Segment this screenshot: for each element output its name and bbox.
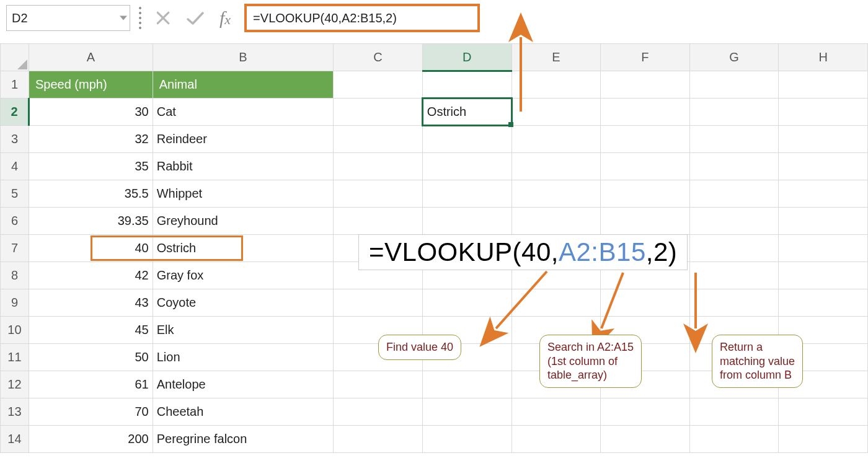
cell-A10[interactable]: 45: [29, 317, 153, 344]
cell-C11[interactable]: [334, 344, 423, 371]
cell-B2[interactable]: Cat: [153, 99, 334, 126]
cell-E14[interactable]: [512, 426, 601, 453]
cell-F14[interactable]: [601, 426, 690, 453]
cell-F7[interactable]: [601, 235, 690, 262]
cell-G2[interactable]: [689, 99, 779, 126]
cell-B14[interactable]: Peregrine falcon: [153, 426, 334, 453]
cell-D14[interactable]: [422, 426, 512, 453]
name-box[interactable]: D2: [6, 5, 130, 31]
cell-E3[interactable]: [512, 126, 601, 153]
row-header-14[interactable]: 14: [1, 426, 29, 453]
cell-A14[interactable]: 200: [29, 426, 153, 453]
cell-E8[interactable]: [512, 262, 601, 289]
cell-D8[interactable]: [422, 262, 512, 289]
cell-F5[interactable]: [601, 180, 690, 208]
cell-C6[interactable]: [334, 208, 423, 235]
cell-E2[interactable]: [512, 99, 601, 126]
row-header-13[interactable]: 13: [1, 398, 29, 426]
cell-C8[interactable]: [334, 262, 423, 289]
cell-B12[interactable]: Antelope: [153, 371, 334, 398]
cell-H7[interactable]: [779, 235, 868, 262]
fx-icon[interactable]: fx: [219, 7, 231, 29]
cell-F4[interactable]: [601, 153, 690, 180]
cell-H6[interactable]: [779, 208, 868, 235]
cell-E1[interactable]: [512, 71, 601, 99]
cell-F13[interactable]: [601, 398, 690, 426]
cell-G8[interactable]: [689, 262, 779, 289]
cell-B9[interactable]: Coyote: [153, 289, 334, 317]
cell-B6[interactable]: Greyhound: [153, 208, 334, 235]
cell-C14[interactable]: [334, 426, 423, 453]
cell-A7-highlighted[interactable]: 40: [29, 235, 153, 262]
cell-E7[interactable]: [512, 235, 601, 262]
cell-C1[interactable]: [334, 71, 423, 99]
cell-H8[interactable]: [779, 262, 868, 289]
cell-C4[interactable]: [334, 153, 423, 180]
cell-E4[interactable]: [512, 153, 601, 180]
cell-G6[interactable]: [689, 208, 779, 235]
cell-E12[interactable]: [512, 371, 601, 398]
cell-A12[interactable]: 61: [29, 371, 153, 398]
cell-E13[interactable]: [512, 398, 601, 426]
cell-G12[interactable]: [689, 371, 779, 398]
col-header-H[interactable]: H: [779, 44, 868, 71]
cell-H11[interactable]: [779, 344, 868, 371]
cell-F11[interactable]: [601, 344, 690, 371]
cell-G3[interactable]: [689, 126, 779, 153]
cell-H2[interactable]: [779, 99, 868, 126]
cell-C5[interactable]: [334, 180, 423, 208]
row-header-5[interactable]: 5: [1, 180, 29, 208]
cell-G5[interactable]: [689, 180, 779, 208]
row-header-7[interactable]: 7: [1, 235, 29, 262]
cell-B10[interactable]: Elk: [153, 317, 334, 344]
cell-D5[interactable]: [422, 180, 512, 208]
cell-A11[interactable]: 50: [29, 344, 153, 371]
cell-D4[interactable]: [422, 153, 512, 180]
cell-B4[interactable]: Rabbit: [153, 153, 334, 180]
cell-F3[interactable]: [601, 126, 690, 153]
cell-G9[interactable]: [689, 289, 779, 317]
chevron-down-icon[interactable]: [120, 16, 127, 20]
cell-A3[interactable]: 32: [29, 126, 153, 153]
cell-G11[interactable]: [689, 344, 779, 371]
col-header-D[interactable]: D: [422, 44, 512, 71]
cell-E10[interactable]: [512, 317, 601, 344]
cell-D1[interactable]: [422, 71, 512, 99]
cell-H14[interactable]: [779, 426, 868, 453]
cell-B11[interactable]: Lion: [153, 344, 334, 371]
row-header-3[interactable]: 3: [1, 126, 29, 153]
cell-A4[interactable]: 35: [29, 153, 153, 180]
cell-E5[interactable]: [512, 180, 601, 208]
cell-D3[interactable]: [422, 126, 512, 153]
cell-D12[interactable]: [422, 371, 512, 398]
cell-B3[interactable]: Reindeer: [153, 126, 334, 153]
cell-G7[interactable]: [689, 235, 779, 262]
cell-H1[interactable]: [779, 71, 868, 99]
cell-F2[interactable]: [601, 99, 690, 126]
cell-F12[interactable]: [601, 371, 690, 398]
cell-F10[interactable]: [601, 317, 690, 344]
row-header-4[interactable]: 4: [1, 153, 29, 180]
cell-E6[interactable]: [512, 208, 601, 235]
enter-icon[interactable]: [186, 10, 205, 26]
cell-A2[interactable]: 30: [29, 99, 153, 126]
cell-E9[interactable]: [512, 289, 601, 317]
cell-A9[interactable]: 43: [29, 289, 153, 317]
cell-H4[interactable]: [779, 153, 868, 180]
cell-B5[interactable]: Whippet: [153, 180, 334, 208]
cell-C13[interactable]: [334, 398, 423, 426]
cell-B1[interactable]: Animal: [153, 71, 334, 99]
cell-A13[interactable]: 70: [29, 398, 153, 426]
cell-D2-selected[interactable]: Ostrich: [422, 99, 512, 126]
cell-E11[interactable]: [512, 344, 601, 371]
cell-H3[interactable]: [779, 126, 868, 153]
cell-D6[interactable]: [422, 208, 512, 235]
cell-G14[interactable]: [689, 426, 779, 453]
row-header-12[interactable]: 12: [1, 371, 29, 398]
cell-C12[interactable]: [334, 371, 423, 398]
cell-G10[interactable]: [689, 317, 779, 344]
cell-H10[interactable]: [779, 317, 868, 344]
col-header-E[interactable]: E: [512, 44, 601, 71]
cell-D10[interactable]: [422, 317, 512, 344]
cell-C3[interactable]: [334, 126, 423, 153]
